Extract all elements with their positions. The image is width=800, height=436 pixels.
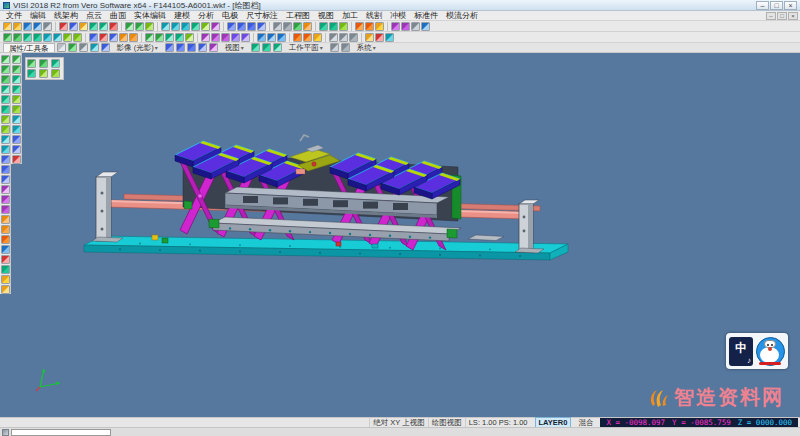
scale-icon[interactable] [175, 33, 184, 42]
print-icon[interactable] [43, 22, 52, 31]
refresh-view-icon[interactable] [39, 69, 48, 78]
arc-tool-icon[interactable] [1, 95, 10, 104]
shaded-icon[interactable] [293, 22, 302, 31]
front-quick-icon[interactable] [187, 43, 196, 52]
sweep-tool-icon[interactable] [1, 205, 10, 214]
menu-item[interactable]: 冲模 [386, 10, 410, 21]
transparency-icon[interactable] [101, 43, 110, 52]
measure-tool-icon[interactable] [1, 285, 10, 294]
loft-icon[interactable] [231, 33, 240, 42]
background-icon[interactable] [385, 33, 394, 42]
menu-item[interactable]: 工程图 [282, 10, 314, 21]
chamfer-icon[interactable] [129, 33, 138, 42]
line-tool-icon[interactable] [1, 75, 10, 84]
save-icon[interactable] [23, 22, 32, 31]
hidden-line-icon[interactable] [283, 22, 292, 31]
group-icon[interactable] [329, 22, 338, 31]
transform-icon[interactable] [12, 55, 21, 64]
body-filter-icon[interactable] [349, 33, 358, 42]
options-icon[interactable] [341, 43, 350, 52]
sphere-tool-icon[interactable] [1, 175, 10, 184]
cylinder-tool-icon[interactable] [1, 165, 10, 174]
extend-icon[interactable] [109, 33, 118, 42]
curve-tool-icon[interactable] [1, 125, 10, 134]
toolbar-group-label[interactable]: 工作平面▾ [286, 43, 326, 53]
grid-icon[interactable] [411, 22, 420, 31]
delete-icon[interactable] [109, 22, 118, 31]
maximize-button[interactable]: □ [770, 1, 783, 10]
origin-icon[interactable] [401, 22, 410, 31]
array-entity-icon[interactable] [12, 105, 21, 114]
mirror-icon[interactable] [165, 33, 174, 42]
wireframe-quick-icon[interactable] [79, 43, 88, 52]
edges-quick-icon[interactable] [90, 43, 99, 52]
toolbar-group-label[interactable]: 视图▾ [222, 43, 247, 53]
minimize-button[interactable]: – [756, 1, 769, 10]
iso-quick-icon[interactable] [165, 43, 174, 52]
circle-icon[interactable] [33, 33, 42, 42]
menu-item[interactable]: 曲面 [106, 10, 130, 21]
rotate-entity-icon[interactable] [12, 75, 21, 84]
box-tool-icon[interactable] [1, 155, 10, 164]
snap-mode-indicator[interactable]: 混合 [575, 418, 596, 428]
cad-model[interactable] [84, 135, 568, 260]
annotation-icon[interactable] [375, 22, 384, 31]
hole-icon[interactable] [293, 33, 302, 42]
boss-icon[interactable] [313, 33, 322, 42]
line-icon[interactable] [3, 33, 12, 42]
point-tool-icon[interactable] [1, 65, 10, 74]
attributes-icon[interactable] [339, 22, 348, 31]
union-icon[interactable] [257, 33, 266, 42]
undo-icon[interactable] [89, 22, 98, 31]
menu-item[interactable]: 模流分析 [442, 10, 482, 21]
light-icon[interactable] [365, 33, 374, 42]
save-all-icon[interactable] [33, 22, 42, 31]
shade-quick-icon[interactable] [68, 43, 77, 52]
project-icon[interactable] [12, 125, 21, 134]
subtract-icon[interactable] [267, 33, 276, 42]
menu-item[interactable]: 编辑 [26, 10, 50, 21]
zoom-out-icon[interactable] [181, 22, 190, 31]
help-icon[interactable] [421, 22, 430, 31]
menu-item[interactable]: 建模 [170, 10, 194, 21]
shell-tool-icon[interactable] [1, 235, 10, 244]
command-input[interactable] [11, 429, 111, 436]
workplane-icon[interactable] [391, 22, 400, 31]
zoom-window-icon[interactable] [161, 22, 170, 31]
trim-tool-icon[interactable] [1, 255, 10, 264]
plane-tool-icon[interactable] [1, 145, 10, 154]
zoom-fit-icon[interactable] [191, 22, 200, 31]
menu-item[interactable]: 尺寸标注 [242, 10, 282, 21]
workplane-xy-icon[interactable] [251, 43, 260, 52]
copy-icon[interactable] [69, 22, 78, 31]
array-icon[interactable] [185, 33, 194, 42]
polyline-tool-icon[interactable] [1, 85, 10, 94]
toolbar-group-label[interactable]: 影像 (光影)▾ [114, 43, 161, 53]
wireframe-icon[interactable] [273, 22, 282, 31]
intersect-curve-icon[interactable] [12, 145, 21, 154]
scale-entity-icon[interactable] [12, 95, 21, 104]
chamfer-tool-icon[interactable] [1, 225, 10, 234]
align-icon[interactable] [12, 115, 21, 124]
grip-icon[interactable] [57, 43, 66, 52]
spline-tool-icon[interactable] [1, 115, 10, 124]
pan-dynamic-icon[interactable] [51, 59, 60, 68]
move-icon[interactable] [145, 33, 154, 42]
edge-filter-icon[interactable] [339, 33, 348, 42]
circle-tool-icon[interactable] [1, 105, 10, 114]
boolean-tool-icon[interactable] [1, 245, 10, 254]
ellipse-icon[interactable] [43, 33, 52, 42]
front-view-icon[interactable] [237, 22, 246, 31]
point-icon[interactable] [73, 33, 82, 42]
zoom-in-icon[interactable] [171, 22, 180, 31]
rendered-icon[interactable] [303, 22, 312, 31]
full-view-icon[interactable] [51, 69, 60, 78]
paste-icon[interactable] [79, 22, 88, 31]
orbit-icon[interactable] [27, 59, 36, 68]
menu-item[interactable]: 视图 [314, 10, 338, 21]
section-icon[interactable] [12, 135, 21, 144]
menu-item[interactable]: 实体编辑 [130, 10, 170, 21]
settings-icon[interactable] [330, 43, 339, 52]
sweep-icon[interactable] [221, 33, 230, 42]
menu-item[interactable]: 标准件 [410, 10, 442, 21]
